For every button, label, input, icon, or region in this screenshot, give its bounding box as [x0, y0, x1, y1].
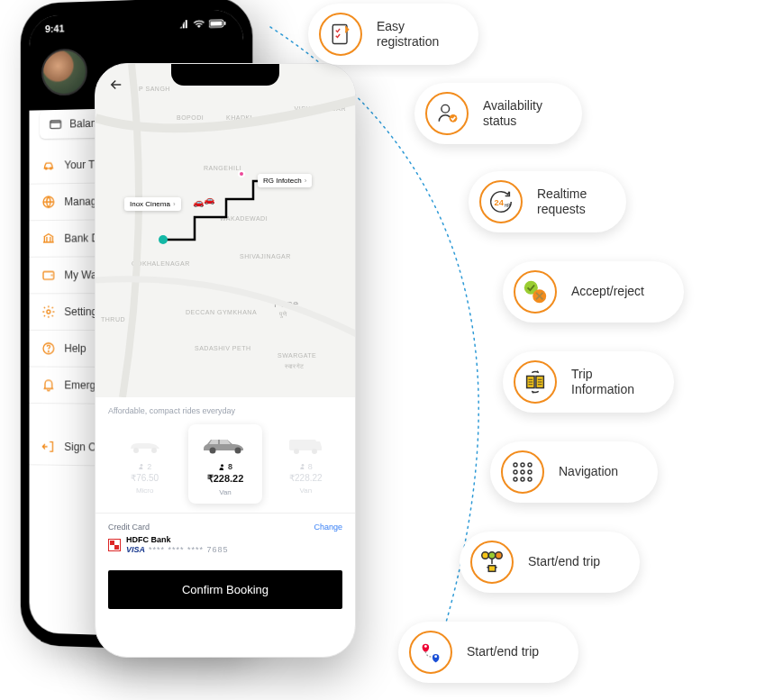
bank-icon [41, 232, 56, 246]
marker-label: Inox Cinema [130, 200, 170, 208]
svg-point-19 [312, 449, 317, 454]
feature-label: Realtimerequests [537, 186, 587, 218]
svg-point-14 [209, 448, 215, 454]
clock-24-icon: 24HR [479, 180, 523, 223]
vehicle-price: ₹228.22 [273, 473, 339, 483]
vehicle-name: Micro [112, 486, 178, 495]
wallet-icon [49, 117, 63, 132]
feature-start-end-2: Start/end trip [398, 622, 578, 683]
feature-label: Navigation [559, 464, 618, 480]
svg-point-12 [151, 448, 157, 453]
bank-name: HDFC Bank [126, 535, 229, 544]
svg-point-40 [488, 552, 496, 559]
gear-icon [41, 305, 56, 319]
map-marker-origin[interactable]: Inox Cinema› [124, 197, 181, 211]
svg-point-44 [434, 655, 437, 658]
svg-point-22 [442, 105, 450, 113]
vehicle-price: ₹76.50 [112, 473, 178, 483]
book-sync-icon [514, 360, 557, 404]
route-line-icon [96, 64, 355, 397]
feature-realtime: 24HR Realtimerequests [469, 171, 626, 232]
map-marker-destination[interactable]: RG Infotech› [258, 174, 312, 187]
svg-point-35 [528, 470, 532, 474]
marker-label: RG Infotech [263, 177, 302, 185]
vehicle-card-micro[interactable]: 2 ₹76.50 Micro [108, 424, 181, 504]
vehicle-name: Van [192, 488, 258, 496]
visa-logo-icon: VISA [126, 545, 145, 554]
feature-label: TripInformation [571, 367, 634, 398]
svg-rect-1 [210, 21, 222, 25]
micro-car-icon [112, 432, 178, 459]
svg-rect-2 [224, 22, 226, 25]
person-check-icon [425, 92, 469, 135]
pin-destination-icon [238, 170, 245, 177]
feature-label: Accept/reject [571, 284, 644, 300]
wallet-icon [41, 268, 56, 283]
phone-front-mockup: P SANGH BOPODI KHADKI VISHAL NAGAR THRUD… [95, 63, 356, 658]
svg-rect-42 [488, 566, 496, 572]
svg-point-33 [514, 470, 517, 474]
feature-navigation: Navigation [490, 441, 658, 503]
vehicle-card-van-active[interactable]: 8 ₹228.22 Van [188, 424, 261, 504]
svg-point-37 [521, 477, 524, 481]
vehicle-name: Van [273, 486, 339, 495]
svg-point-20 [301, 464, 304, 467]
svg-point-16 [221, 464, 223, 467]
vehicle-card-van[interactable]: 8 ₹228.22 Van [269, 424, 342, 504]
ride-tagline: Affordable, compact rides everyday [108, 406, 342, 415]
payment-section: Credit Card Change HDFC Bank VISA **** *… [96, 513, 355, 563]
svg-point-36 [514, 477, 517, 481]
car-on-map-icon: 🚗 [204, 195, 214, 205]
sedan-car-icon [192, 432, 258, 459]
vehicle-capacity: 8 [308, 462, 313, 471]
globe-icon [41, 195, 56, 209]
vehicle-price: ₹228.22 [192, 473, 258, 485]
avatar[interactable] [41, 49, 87, 96]
confirm-booking-button[interactable]: Confirm Booking [108, 570, 342, 609]
svg-point-18 [294, 449, 299, 454]
notch-icon [171, 64, 279, 86]
feature-availability: Availabilitystatus [414, 83, 582, 144]
svg-point-8 [47, 310, 50, 314]
feature-label: Start/end trip [528, 554, 600, 570]
feature-label: Start/end trip [467, 644, 539, 660]
bell-icon [41, 377, 56, 392]
feature-registration: Easyregistration [308, 4, 478, 65]
change-payment-link[interactable]: Change [314, 523, 342, 532]
map-view[interactable]: P SANGH BOPODI KHADKI VISHAL NAGAR THRUD… [96, 64, 355, 397]
pin-origin-icon [159, 235, 168, 244]
notch-icon [86, 11, 185, 33]
checklist-icon [319, 13, 362, 56]
svg-rect-3 [50, 121, 61, 129]
vehicle-capacity: 2 [147, 462, 151, 471]
card-masked: **** **** **** 7685 [149, 545, 229, 554]
svg-point-43 [424, 645, 427, 648]
svg-point-31 [521, 463, 524, 467]
svg-text:HR: HR [505, 204, 511, 208]
svg-point-41 [496, 552, 503, 559]
route-pins-icon [409, 631, 452, 674]
vehicle-capacity: 8 [228, 462, 232, 471]
svg-point-10 [48, 351, 49, 352]
trip-nodes-icon [470, 541, 514, 584]
status-time: 9:41 [45, 23, 64, 34]
signout-icon [41, 440, 56, 454]
svg-point-32 [528, 463, 532, 467]
svg-point-34 [521, 470, 524, 474]
feature-label: Availabilitystatus [483, 98, 542, 130]
svg-point-39 [482, 552, 489, 559]
svg-rect-17 [289, 440, 316, 450]
feature-label: Easyregistration [377, 19, 439, 50]
svg-point-30 [514, 463, 517, 467]
payment-label: Credit Card [108, 523, 150, 532]
ride-selector: Affordable, compact rides everyday 2 ₹76… [96, 397, 355, 513]
feature-accept-reject: Accept/reject [503, 261, 684, 323]
car-icon [41, 159, 56, 173]
car-on-map-icon: 🚗 [193, 197, 204, 207]
help-icon [41, 341, 56, 356]
back-button[interactable] [108, 77, 124, 97]
hdfc-logo-icon [108, 539, 121, 551]
accept-reject-icon [514, 270, 557, 314]
svg-text:24: 24 [495, 198, 505, 207]
menu-label: Help [64, 342, 86, 355]
